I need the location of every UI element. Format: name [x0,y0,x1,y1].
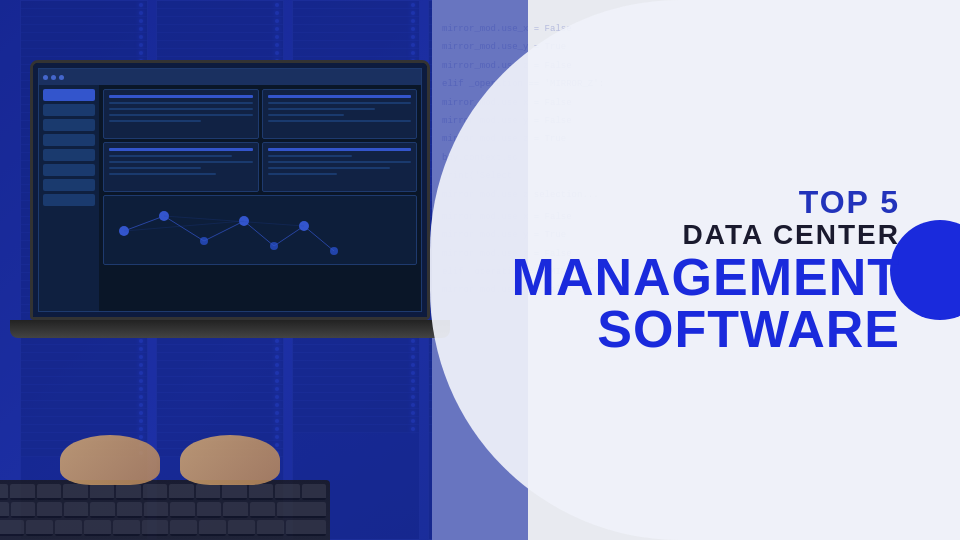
management-label: MANAGEMENT [512,251,900,303]
key [64,502,89,518]
main-container: mirror_mod.use_x = False mirror_mod.use_… [0,0,960,540]
key [196,484,220,500]
key [117,502,142,518]
datacenter-label: DATA CENTER [512,220,900,251]
key [26,520,53,536]
svg-line-10 [244,221,274,246]
key [228,520,255,536]
key [90,502,115,518]
screen-titlebar [39,69,421,85]
keyboard [0,480,330,540]
key [302,484,326,500]
key [63,484,87,500]
key [257,520,284,536]
key [223,502,248,518]
key [37,484,61,500]
screen-dot-2 [51,75,56,80]
sidebar-item-1 [43,89,95,101]
key [222,484,246,500]
screen-dot-3 [59,75,64,80]
hand-right [180,435,280,485]
screen-block-1 [103,89,259,139]
screen-block-3 [103,142,259,192]
key [197,502,222,518]
laptop-body [30,60,430,320]
svg-line-14 [164,216,304,226]
sidebar-item-8 [43,194,95,206]
key [0,484,8,500]
software-label: SOFTWARE [512,303,900,355]
key [144,502,169,518]
key [199,520,226,536]
hand-left [60,435,160,485]
top5-label: TOP 5 [512,185,900,220]
key [170,502,195,518]
key [84,520,111,536]
key [277,502,326,518]
key [143,484,167,500]
sidebar-item-3 [43,119,95,131]
key [113,520,140,536]
key [55,520,82,536]
keyboard-row-2 [0,502,326,518]
key [0,502,9,518]
laptop-base [10,320,450,338]
sidebar-item-5 [43,149,95,161]
svg-line-8 [164,216,204,241]
key [250,502,275,518]
screen-dot-1 [43,75,48,80]
key [286,520,326,536]
screen-sidebar [39,85,99,311]
screen-grid [103,89,417,192]
screen-ui [38,68,422,312]
screen-network [103,195,417,265]
svg-line-7 [124,216,164,231]
text-content: TOP 5 DATA CENTER MANAGEMENT SOFTWARE [512,185,900,355]
key [142,520,169,536]
screen-block-2 [262,89,418,139]
key [170,520,197,536]
key [37,502,62,518]
key [116,484,140,500]
sidebar-item-4 [43,134,95,146]
screen-block-4 [262,142,418,192]
key [275,484,299,500]
svg-line-12 [304,226,334,251]
key [0,520,24,536]
sidebar-item-6 [43,164,95,176]
sidebar-item-2 [43,104,95,116]
key [10,484,34,500]
svg-line-11 [274,226,304,246]
key [249,484,273,500]
screen-main [99,85,421,311]
laptop [30,60,450,380]
key [90,484,114,500]
sidebar-item-7 [43,179,95,191]
key [169,484,193,500]
keyboard-row-3 [0,520,326,536]
keyboard-row-1 [0,484,326,500]
screen-content [39,85,421,311]
laptop-screen [33,63,427,317]
key [11,502,36,518]
